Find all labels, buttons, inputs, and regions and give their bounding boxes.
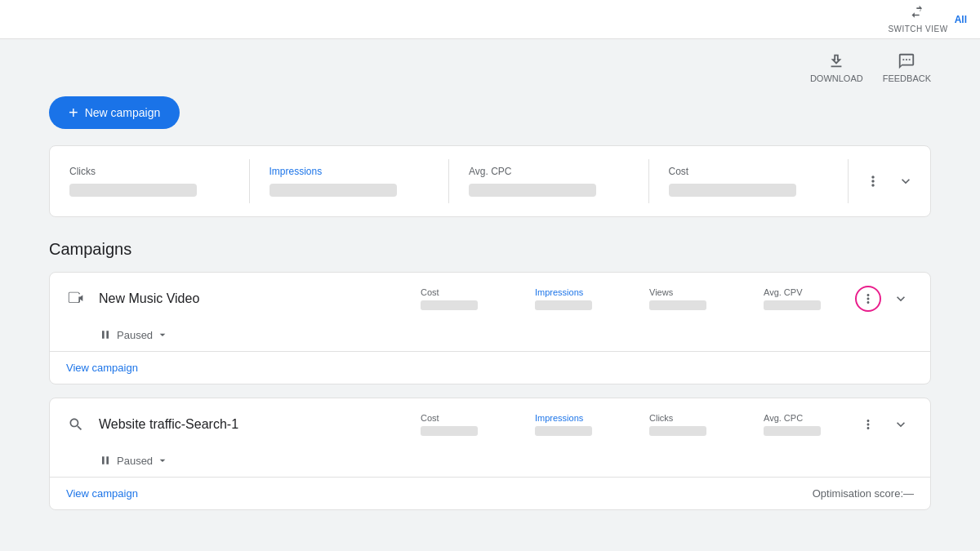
metric-impressions-0: Impressions [535,287,600,310]
metric-cost-label-1: Cost [421,413,439,423]
metric-avg-cpv-0: Avg. CPV [764,287,829,310]
metric-impressions-label-1: Impressions [535,413,583,423]
metric-impressions-value-0 [535,300,592,310]
stats-more-button[interactable] [862,170,884,193]
feedback-label: FEEDBACK [883,73,931,83]
status-dropdown-0[interactable]: Paused [117,328,169,341]
campaign-card-1: Website traffic-Search-1 Cost Impression… [49,398,931,510]
stat-avg-cpc: Avg. CPC [449,159,649,203]
campaign-expand-button-1[interactable] [888,411,914,438]
metric-views-0: Views [649,287,715,310]
feedback-icon [898,52,915,70]
metric-avg-cpc-label-1: Avg. CPC [764,413,803,423]
status-chevron-icon-1 [156,454,169,467]
download-label: DOWNLOAD [810,73,863,83]
metric-cost-1: Cost [421,413,486,436]
stat-impressions: Impressions [250,159,450,203]
more-vert-icon-1 [861,417,875,432]
new-campaign-label: New campaign [85,106,161,119]
pause-icon-0 [99,328,112,341]
stat-impressions-value [270,184,397,197]
stat-cost-label: Cost [669,166,829,177]
expand-more-icon [898,173,914,189]
metric-cost-value-0 [421,300,478,310]
download-button[interactable]: DOWNLOAD [810,52,863,83]
more-vert-icon-0 [861,291,875,306]
campaign-card-0: New Music Video Cost Impressions Views A… [49,272,931,384]
stat-cost: Cost [649,159,849,203]
download-icon [827,52,845,70]
campaign-icon-video [66,289,86,309]
view-campaign-row-1: View campaign Optimisation score:— [50,478,930,509]
campaign-name-0: New Music Video [99,291,199,306]
more-vert-icon [865,173,881,189]
campaign-metrics-0: Cost Impressions Views Avg. CPV [421,287,829,310]
switch-view-btn[interactable]: SWITCH VIEW [888,5,947,33]
campaigns-title: Campaigns [49,240,931,259]
stats-card: Clicks Impressions Avg. CPC Cost [49,145,931,217]
top-bar: SWITCH VIEW All [0,0,980,39]
pause-icon-1 [99,454,112,467]
metric-clicks-label-1: Clicks [649,413,673,423]
plus-icon: + [69,104,78,121]
metric-avg-cpv-value-0 [764,300,821,310]
metric-impressions-label-0: Impressions [535,287,583,297]
chevron-down-icon-1 [893,416,909,433]
feedback-button[interactable]: FEEDBACK [883,52,931,83]
campaign-expand-button-0[interactable] [888,286,914,312]
metric-avg-cpc-1: Avg. CPC [764,413,829,436]
status-chevron-icon-0 [156,328,169,341]
campaign-name-1: Website traffic-Search-1 [99,417,238,432]
stat-avg-cpc-label: Avg. CPC [469,166,629,177]
search-icon [68,416,84,433]
campaign-more-button-1[interactable] [855,411,881,438]
metric-cost-value-1 [421,426,478,436]
stats-actions [849,159,930,203]
metric-impressions-value-1 [535,426,592,436]
campaign-status-1: Paused [50,451,930,477]
view-campaign-link-1[interactable]: View campaign [66,487,138,500]
campaign-actions-1 [855,411,914,438]
metric-impressions-1: Impressions [535,413,600,436]
campaign-main-0: New Music Video Cost Impressions Views A… [50,273,930,325]
metric-cost-0: Cost [421,287,486,310]
metric-views-label-0: Views [649,287,673,297]
stat-cost-value [669,184,796,197]
toolbar: DOWNLOAD FEEDBACK [49,52,931,83]
switch-view-label: SWITCH VIEW [888,24,947,33]
campaign-metrics-1: Cost Impressions Clicks Avg. CPC [421,413,829,436]
stat-avg-cpc-value [469,184,596,197]
chevron-down-icon-0 [893,291,909,307]
main-content: DOWNLOAD FEEDBACK + New campaign Clicks … [0,39,980,536]
stat-clicks-label: Clicks [69,166,229,177]
metric-clicks-value-1 [649,426,706,436]
campaign-actions-0 [855,286,914,312]
metric-clicks-1: Clicks [649,413,715,436]
stat-clicks: Clicks [50,159,250,203]
status-label-0: Paused [117,329,153,341]
switch-view-icon [910,5,926,21]
campaign-main-1: Website traffic-Search-1 Cost Impression… [50,398,930,451]
status-dropdown-1[interactable]: Paused [117,454,169,467]
stat-impressions-label: Impressions [270,166,430,177]
stat-clicks-value [69,184,197,197]
metric-cost-label-0: Cost [421,287,439,297]
new-campaign-button[interactable]: + New campaign [49,96,180,129]
status-label-1: Paused [117,455,153,467]
metric-avg-cpc-value-1 [764,426,821,436]
video-icon [68,291,84,307]
metric-avg-cpv-label-0: Avg. CPV [764,287,803,297]
view-campaign-link-0[interactable]: View campaign [66,362,138,374]
metric-views-value-0 [649,300,706,310]
view-campaign-row-0: View campaign [50,352,930,384]
campaign-more-button-0[interactable] [855,286,881,312]
stats-collapse-button[interactable] [894,170,917,193]
all-label: All [955,14,967,25]
optimisation-score-1: Optimisation score:— [813,487,914,500]
campaign-icon-search [66,415,86,434]
campaign-status-0: Paused [50,325,930,351]
